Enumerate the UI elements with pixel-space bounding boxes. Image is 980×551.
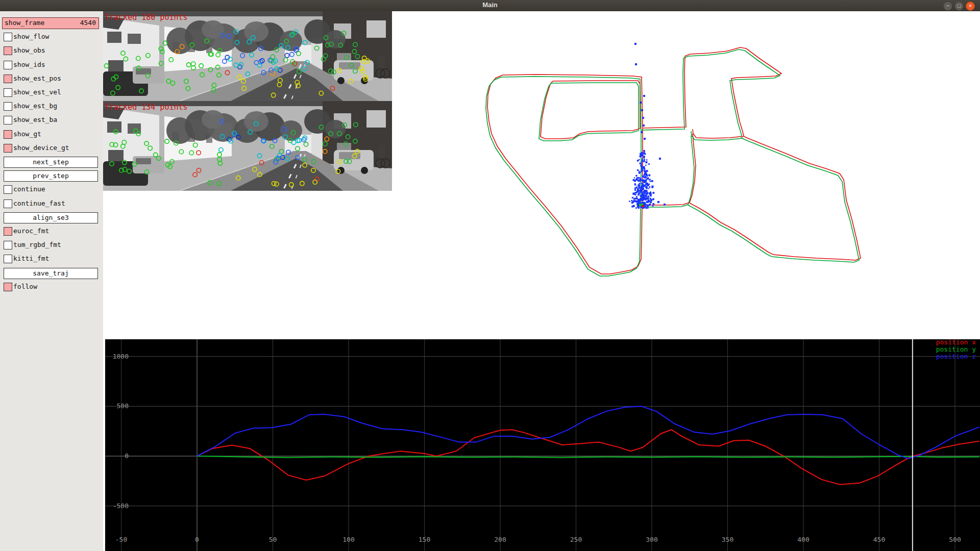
sidebar-row-show_device_gt[interactable]: show_device_gt <box>0 142 103 156</box>
checkbox-label: continue <box>13 185 45 193</box>
slider-value: 4540 <box>80 18 96 28</box>
sidebar-row-align_se3[interactable]: align_se3 <box>0 212 103 225</box>
svg-text:-50: -50 <box>115 536 127 543</box>
checkbox-label: show_est_bg <box>13 102 57 110</box>
sidebar-row-show_frame[interactable]: show_frame4540 <box>0 17 103 31</box>
tracked-points-overlay: Tracked 134 points <box>105 103 188 112</box>
sidebar-row-show_flow[interactable]: show_flow <box>0 31 103 44</box>
svg-text:500: 500 <box>117 402 129 410</box>
slider-label: show_frame <box>5 18 44 28</box>
checkbox-continue_fast[interactable] <box>4 199 12 208</box>
position-plot-view[interactable]: -500501001502002503003504004505001000500… <box>105 339 980 551</box>
svg-text:-500: -500 <box>113 502 129 510</box>
checkbox-continue[interactable] <box>4 185 12 194</box>
sidebar-row-show_est_ba[interactable]: show_est_ba <box>0 114 103 128</box>
checkbox-tum_rgbd_fmt[interactable] <box>4 241 12 249</box>
checkbox-label: show_obs <box>13 46 45 54</box>
svg-text:250: 250 <box>570 536 582 543</box>
tracked-points-overlay: Tracked 180 points <box>105 13 188 22</box>
sidebar-row-continue[interactable]: continue <box>0 184 103 197</box>
checkbox-label: euroc_fmt <box>13 227 49 235</box>
button-prev_step[interactable]: prev_step <box>4 170 98 182</box>
button-next_step[interactable]: next_step <box>4 157 98 168</box>
svg-text:150: 150 <box>419 536 430 543</box>
svg-text:400: 400 <box>797 536 809 543</box>
estimated-position-points <box>629 43 666 209</box>
checkbox-show_gt[interactable] <box>4 130 12 139</box>
checkbox-show_device_gt[interactable] <box>4 144 12 153</box>
checkbox-label: follow <box>13 283 37 290</box>
checkbox-label: show_est_vel <box>13 88 61 96</box>
checkbox-show_est_ba[interactable] <box>4 116 12 124</box>
button-save_traj[interactable]: save_traj <box>4 268 98 279</box>
checkbox-label: show_est_pos <box>13 74 61 82</box>
button-align_se3[interactable]: align_se3 <box>4 212 98 223</box>
sidebar-row-show_ids[interactable]: show_ids <box>0 59 103 72</box>
sidebar-row-show_gt[interactable]: show_gt <box>0 129 103 142</box>
checkbox-label: show_ids <box>13 61 45 68</box>
main-window: { "window": { "title": "Main", "buttons"… <box>0 0 980 551</box>
svg-text:0: 0 <box>195 536 199 543</box>
ground-truth-trajectory <box>487 47 861 274</box>
device-gt-trajectory <box>486 49 859 276</box>
sidebar-row-prev_step[interactable]: prev_step <box>0 170 103 183</box>
sidebar-row-tum_rgbd_fmt[interactable]: tum_rgbd_fmt <box>0 239 103 253</box>
checkbox-show_est_bg[interactable] <box>4 102 12 111</box>
checkbox-show_ids[interactable] <box>4 61 12 69</box>
checkbox-kitti_fmt[interactable] <box>4 255 12 263</box>
street-scene <box>103 11 392 101</box>
svg-text:350: 350 <box>722 536 733 543</box>
sidebar-row-show_est_pos[interactable]: show_est_pos <box>0 73 103 86</box>
sidebar-row-euroc_fmt[interactable]: euroc_fmt <box>0 226 103 239</box>
sidebar-row-kitti_fmt[interactable]: kitti_fmt <box>0 253 103 266</box>
svg-text:position z: position z <box>936 353 976 360</box>
checkbox-show_obs[interactable] <box>4 46 12 55</box>
checkbox-follow[interactable] <box>4 283 12 291</box>
checkbox-label: tum_rgbd_fmt <box>13 241 61 248</box>
svg-text:500: 500 <box>949 536 961 543</box>
svg-text:position y: position y <box>936 345 976 353</box>
svg-text:450: 450 <box>873 536 885 543</box>
svg-text:300: 300 <box>646 536 657 543</box>
sidebar-row-save_traj[interactable]: save_traj <box>0 267 103 281</box>
svg-text:200: 200 <box>494 536 506 543</box>
checkbox-euroc_fmt[interactable] <box>4 227 12 236</box>
sidebar-row-follow[interactable]: follow <box>0 281 103 294</box>
svg-text:0: 0 <box>125 452 129 460</box>
sidebar-row-show_obs[interactable]: show_obs <box>0 45 103 58</box>
checkbox-label: show_est_ba <box>13 116 57 123</box>
slider-show_frame[interactable]: show_frame4540 <box>2 17 99 29</box>
checkbox-label: kitti_fmt <box>13 255 49 262</box>
minimize-button[interactable]: − <box>943 2 952 11</box>
sidebar-row-continue_fast[interactable]: continue_fast <box>0 198 103 211</box>
title-bar: Main − □ × <box>0 0 980 12</box>
svg-text:1000: 1000 <box>113 353 129 360</box>
checkbox-label: show_device_gt <box>13 144 69 152</box>
checkbox-label: continue_fast <box>13 199 65 207</box>
window-title: Main <box>0 1 980 9</box>
checkbox-show_est_pos[interactable] <box>4 74 12 83</box>
checkbox-label: show_flow <box>13 33 49 40</box>
checkbox-label: show_gt <box>13 130 41 138</box>
checkbox-show_flow[interactable] <box>4 33 12 41</box>
svg-text:100: 100 <box>342 536 354 543</box>
control-panel: show_frame4540show_flowshow_obsshow_idss… <box>0 11 104 551</box>
sidebar-row-show_est_vel[interactable]: show_est_vel <box>0 87 103 100</box>
maximize-button[interactable]: □ <box>954 2 964 11</box>
camera-image-right[interactable]: Tracked 134 points <box>103 101 392 191</box>
plot-legend: position xposition yposition z <box>936 339 976 360</box>
close-button[interactable]: × <box>966 2 975 11</box>
gl-canvas: Tracked 180 points Tracked 134 points -5… <box>103 11 980 551</box>
camera-image-left[interactable]: Tracked 180 points <box>103 11 392 101</box>
sidebar-row-next_step[interactable]: next_step <box>0 156 103 169</box>
checkbox-show_est_vel[interactable] <box>4 88 12 97</box>
sidebar-row-show_est_bg[interactable]: show_est_bg <box>0 101 103 114</box>
svg-text:50: 50 <box>269 536 277 543</box>
